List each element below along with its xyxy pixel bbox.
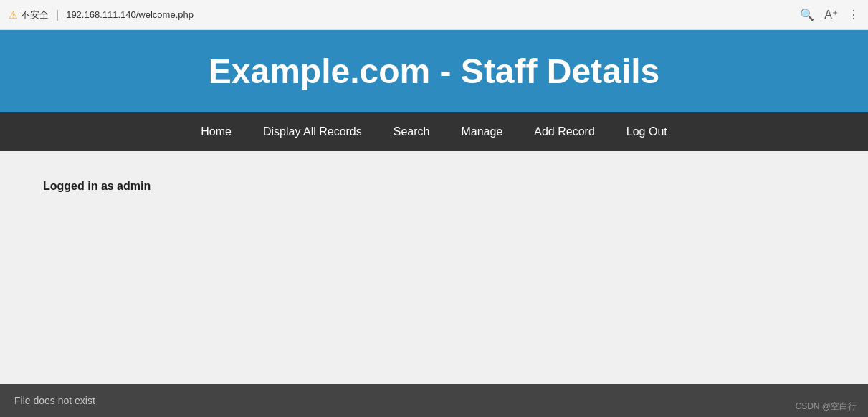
nav-link-home[interactable]: Home bbox=[185, 112, 247, 151]
site-footer: File does not exist bbox=[0, 384, 868, 417]
url-separator: | bbox=[56, 9, 59, 21]
nav-item-search: Search bbox=[378, 112, 446, 151]
nav-item-manage: Manage bbox=[445, 112, 518, 151]
nav-link-log-out[interactable]: Log Out bbox=[611, 112, 683, 151]
search-icon[interactable]: 🔍 bbox=[800, 8, 814, 21]
watermark-text: CSDN @空白行 bbox=[795, 401, 857, 411]
nav-item-display-all-records: Display All Records bbox=[247, 112, 378, 151]
logged-in-message: Logged in as admin bbox=[43, 180, 825, 193]
footer-message: File does not exist bbox=[14, 395, 95, 406]
nav-list: Home Display All Records Search Manage A… bbox=[0, 112, 868, 151]
site-title: Example.com - Staff Details bbox=[0, 52, 868, 91]
nav-item-home: Home bbox=[185, 112, 247, 151]
insecure-label: 不安全 bbox=[21, 9, 49, 21]
main-content: Logged in as admin bbox=[0, 151, 868, 294]
nav-item-add-record: Add Record bbox=[518, 112, 611, 151]
nav-link-display-all-records[interactable]: Display All Records bbox=[247, 112, 378, 151]
browser-warning: ⚠ 不安全 bbox=[9, 9, 49, 21]
site-header: Example.com - Staff Details bbox=[0, 30, 868, 112]
watermark: CSDN @空白行 bbox=[795, 401, 857, 413]
warning-icon: ⚠ bbox=[9, 9, 18, 21]
browser-bar: ⚠ 不安全 | 192.168.111.140/welcome.php 🔍 A⁺… bbox=[0, 0, 868, 30]
nav-link-manage[interactable]: Manage bbox=[445, 112, 518, 151]
address-bar[interactable]: 192.168.111.140/welcome.php bbox=[66, 9, 194, 20]
browser-actions: 🔍 A⁺ ⋮ bbox=[800, 8, 859, 21]
font-icon[interactable]: A⁺ bbox=[824, 8, 838, 21]
nav-link-add-record[interactable]: Add Record bbox=[518, 112, 611, 151]
site-nav: Home Display All Records Search Manage A… bbox=[0, 112, 868, 151]
nav-item-log-out: Log Out bbox=[611, 112, 683, 151]
more-icon[interactable]: ⋮ bbox=[848, 8, 859, 21]
nav-link-search[interactable]: Search bbox=[378, 112, 446, 151]
